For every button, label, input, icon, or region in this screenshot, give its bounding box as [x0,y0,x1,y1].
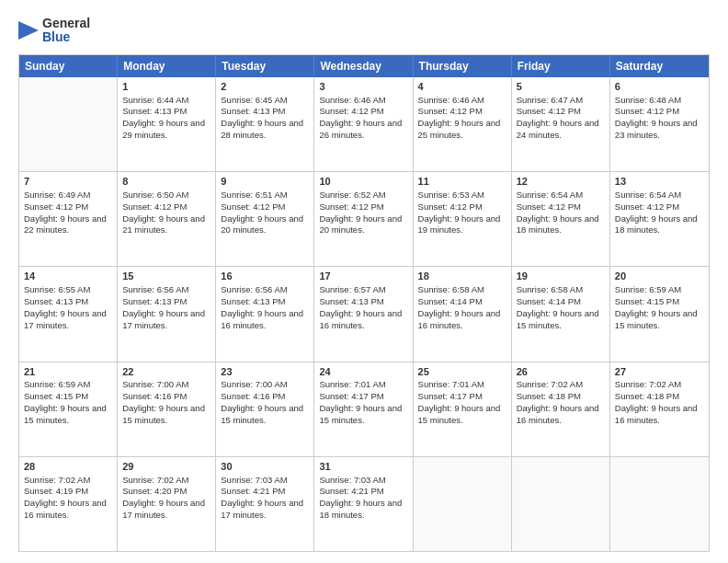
day-number: 12 [517,175,605,189]
header-day-monday: Monday [118,55,216,77]
sunset-text: Sunset: 4:15 PM [615,296,679,306]
daylight-text: Daylight: 9 hours and 15 minutes. [221,403,303,425]
sunset-text: Sunset: 4:14 PM [517,296,581,306]
daylight-text: Daylight: 9 hours and 16 minutes. [517,403,599,425]
day-number: 28 [24,460,112,474]
sunset-text: Sunset: 4:12 PM [122,201,187,212]
sunset-text: Sunset: 4:18 PM [517,391,581,401]
day-number: 13 [615,175,704,189]
week-row-1: 7Sunrise: 6:49 AMSunset: 4:12 PMDaylight… [19,171,709,266]
sunset-text: Sunset: 4:17 PM [418,391,483,401]
day-number: 14 [24,270,112,283]
daylight-text: Daylight: 9 hours and 16 minutes. [418,308,501,330]
daylight-text: Daylight: 9 hours and 15 minutes. [517,308,599,330]
day-number: 3 [319,80,407,94]
sunrise-text: Sunrise: 6:44 AM [122,95,188,105]
sunrise-text: Sunrise: 6:48 AM [615,95,681,105]
day-cell-18: 18Sunrise: 6:58 AMSunset: 4:14 PMDayligh… [414,267,512,361]
sunrise-text: Sunrise: 7:02 AM [24,475,90,485]
header-day-saturday: Saturday [610,55,709,77]
day-number: 15 [122,270,210,283]
sunset-text: Sunset: 4:21 PM [221,486,285,496]
day-cell-1: 1Sunrise: 6:44 AMSunset: 4:13 PMDaylight… [118,77,216,171]
day-number: 27 [615,365,704,379]
day-number: 21 [24,365,112,379]
sunrise-text: Sunrise: 6:46 AM [319,95,385,105]
sunset-text: Sunset: 4:12 PM [221,201,285,212]
daylight-text: Daylight: 9 hours and 15 minutes. [122,403,205,425]
day-cell-20: 20Sunrise: 6:59 AMSunset: 4:15 PMDayligh… [610,267,709,361]
day-number: 11 [418,175,506,189]
day-cell-17: 17Sunrise: 6:57 AMSunset: 4:13 PMDayligh… [314,267,413,361]
daylight-text: Daylight: 9 hours and 28 minutes. [221,118,303,140]
day-number: 5 [517,80,605,94]
day-cell-19: 19Sunrise: 6:58 AMSunset: 4:14 PMDayligh… [512,267,610,361]
calendar-header: SundayMondayTuesdayWednesdayThursdayFrid… [19,55,709,77]
day-number: 1 [122,80,210,94]
day-number: 10 [319,175,407,189]
empty-cell-0-0 [19,77,118,171]
header: GeneralBlue [18,17,710,45]
day-number: 25 [418,365,506,379]
day-number: 9 [221,175,309,189]
daylight-text: Daylight: 9 hours and 22 minutes. [24,213,107,236]
sunrise-text: Sunrise: 6:50 AM [122,190,188,200]
day-cell-24: 24Sunrise: 7:01 AMSunset: 4:17 PMDayligh… [314,362,413,456]
sunset-text: Sunset: 4:13 PM [24,296,88,306]
day-cell-23: 23Sunrise: 7:00 AMSunset: 4:16 PMDayligh… [216,362,314,456]
header-day-wednesday: Wednesday [314,55,413,77]
sunset-text: Sunset: 4:12 PM [517,201,581,212]
sunrise-text: Sunrise: 7:01 AM [418,379,484,389]
sunrise-text: Sunrise: 6:53 AM [418,190,484,200]
sunrise-text: Sunrise: 6:52 AM [319,190,385,200]
svg-marker-0 [18,21,39,40]
day-number: 30 [221,460,309,474]
daylight-text: Daylight: 9 hours and 15 minutes. [615,308,698,330]
sunrise-text: Sunrise: 7:02 AM [517,379,583,389]
daylight-text: Daylight: 9 hours and 23 minutes. [615,118,698,140]
day-number: 18 [418,270,506,283]
sunset-text: Sunset: 4:13 PM [221,296,285,306]
sunset-text: Sunset: 4:12 PM [615,201,679,212]
daylight-text: Daylight: 9 hours and 16 minutes. [615,403,698,425]
sunset-text: Sunset: 4:18 PM [615,391,679,401]
header-day-friday: Friday [512,55,610,77]
daylight-text: Daylight: 9 hours and 17 minutes. [122,308,205,330]
sunset-text: Sunset: 4:14 PM [418,296,483,306]
day-cell-12: 12Sunrise: 6:54 AMSunset: 4:12 PMDayligh… [512,172,610,266]
sunrise-text: Sunrise: 6:54 AM [615,190,681,200]
sunset-text: Sunset: 4:13 PM [122,106,187,116]
daylight-text: Daylight: 9 hours and 17 minutes. [122,498,205,520]
daylight-text: Daylight: 9 hours and 26 minutes. [319,118,402,140]
day-number: 23 [221,365,309,379]
empty-cell-4-4 [414,457,512,551]
sunset-text: Sunset: 4:13 PM [221,106,285,116]
sunset-text: Sunset: 4:12 PM [24,201,88,212]
daylight-text: Daylight: 9 hours and 15 minutes. [319,403,402,425]
sunset-text: Sunset: 4:15 PM [24,391,88,401]
sunrise-text: Sunrise: 7:02 AM [122,475,188,485]
sunrise-text: Sunrise: 6:59 AM [615,284,681,294]
sunrise-text: Sunrise: 7:03 AM [221,475,287,485]
week-row-3: 21Sunrise: 6:59 AMSunset: 4:15 PMDayligh… [19,362,709,456]
day-cell-3: 3Sunrise: 6:46 AMSunset: 4:12 PMDaylight… [314,77,413,171]
day-cell-22: 22Sunrise: 7:00 AMSunset: 4:16 PMDayligh… [118,362,216,456]
logo: GeneralBlue [18,17,90,45]
week-row-2: 14Sunrise: 6:55 AMSunset: 4:13 PMDayligh… [19,266,709,361]
day-cell-26: 26Sunrise: 7:02 AMSunset: 4:18 PMDayligh… [512,362,610,456]
daylight-text: Daylight: 9 hours and 25 minutes. [418,118,501,140]
day-number: 16 [221,270,309,283]
day-number: 31 [319,460,407,474]
day-number: 29 [122,460,210,474]
sunset-text: Sunset: 4:12 PM [615,106,679,116]
daylight-text: Daylight: 9 hours and 19 minutes. [418,213,501,236]
day-number: 4 [418,80,506,94]
sunrise-text: Sunrise: 7:02 AM [615,379,681,389]
sunrise-text: Sunrise: 6:45 AM [221,95,287,105]
header-day-sunday: Sunday [19,55,118,77]
sunset-text: Sunset: 4:12 PM [319,201,383,212]
sunset-text: Sunset: 4:12 PM [418,201,483,212]
day-cell-31: 31Sunrise: 7:03 AMSunset: 4:21 PMDayligh… [314,457,413,551]
sunrise-text: Sunrise: 7:00 AM [122,379,188,389]
daylight-text: Daylight: 9 hours and 15 minutes. [418,403,501,425]
